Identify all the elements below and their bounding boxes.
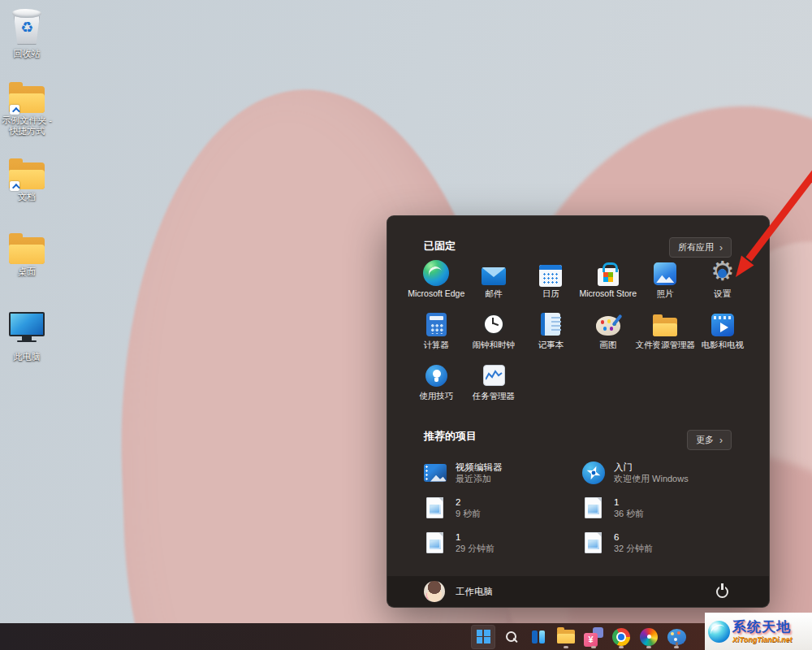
desktop-icon-label: 回收站 [0, 49, 54, 59]
start-menu-user-bar: 工作电脑 [387, 576, 769, 607]
image-file-icon [585, 497, 602, 518]
file-explorer-button[interactable] [554, 625, 578, 649]
running-indicator [619, 646, 624, 648]
paint-app-button[interactable] [664, 625, 689, 649]
image-file-icon [585, 532, 602, 553]
chrome-button[interactable] [609, 625, 633, 649]
yen-glyph: ¥ [584, 633, 598, 647]
recommended-item-video-editor[interactable]: 视频编辑器 最近添加 [424, 455, 582, 490]
watermark-globe-icon [708, 621, 730, 643]
more-button[interactable]: 更多 › [687, 430, 732, 450]
user-name[interactable]: 工作电脑 [456, 586, 493, 598]
pinned-app-file-explorer[interactable]: 文件资源管理器 [637, 308, 694, 359]
desktop-icon-this-pc[interactable]: 此电脑 [0, 306, 54, 362]
pinned-app-notepad[interactable]: 记事本 [522, 308, 580, 359]
color-wheel-app-button[interactable] [637, 625, 661, 649]
folder-icon [9, 86, 45, 113]
pinned-app-calculator[interactable]: 计算器 [408, 308, 465, 359]
desktop-icon-recycle-bin[interactable]: ♻ 回收站 [0, 7, 54, 59]
yen-app-button[interactable]: ¥ [581, 625, 606, 649]
folder-icon [9, 237, 45, 264]
pinned-app-label: Microsoft Store [579, 288, 637, 298]
chevron-right-icon: › [719, 242, 723, 254]
pinned-app-settings[interactable]: ⚙ 设置 [694, 257, 752, 308]
pinned-app-label: 使用技巧 [419, 391, 453, 402]
monitor-icon [9, 312, 45, 336]
file-explorer-icon [653, 318, 677, 336]
pinned-app-calendar[interactable]: 日历 [522, 257, 580, 308]
recommended-title: 视频编辑器 [456, 462, 503, 473]
recommended-subtitle: 32 分钟前 [614, 543, 653, 554]
recommended-item-file[interactable]: 1 36 秒前 [582, 490, 741, 525]
recommended-subtitle: 36 秒前 [614, 508, 644, 519]
recommended-subtitle: 最近添加 [456, 473, 503, 484]
pinned-app-microsoft-edge[interactable]: Microsoft Edge [408, 257, 465, 308]
desktop-icon-documents[interactable]: 文档 [0, 158, 54, 202]
pinned-app-microsoft-store[interactable]: Microsoft Store [580, 257, 637, 308]
pinned-app-label: 电影和电视 [702, 340, 745, 351]
pinned-app-label: 任务管理器 [473, 391, 516, 402]
microsoft-store-icon [598, 268, 619, 286]
notepad-icon [541, 313, 560, 336]
recommended-item-file[interactable]: 2 9 秒前 [424, 490, 582, 525]
search-icon [506, 631, 516, 642]
running-indicator [564, 646, 568, 648]
start-button[interactable] [471, 625, 495, 649]
mail-icon [482, 267, 506, 285]
recommended-subtitle: 29 分钟前 [456, 543, 495, 554]
recommended-title: 入门 [614, 462, 689, 473]
recommended-item-get-started[interactable]: 入门 欢迎使用 Windows [582, 455, 741, 490]
task-view-button[interactable] [526, 625, 551, 649]
power-button[interactable] [716, 586, 728, 598]
pinned-app-task-manager[interactable]: 任务管理器 [465, 359, 523, 410]
alarm-clock-icon [483, 314, 504, 335]
calendar-icon [539, 265, 562, 287]
task-view-icon [532, 630, 545, 644]
running-indicator [674, 646, 679, 648]
recommended-item-file[interactable]: 1 29 分钟前 [424, 525, 582, 560]
watermark: 系统天地 XiTongTianDi.net [705, 613, 812, 650]
user-avatar[interactable] [424, 581, 445, 602]
watermark-title: 系统天地 [732, 620, 793, 634]
folder-icon [9, 162, 45, 189]
desktop-icon-desktop-folder[interactable]: 桌面 [0, 232, 54, 277]
pinned-app-label: 设置 [714, 288, 731, 300]
running-indicator [646, 646, 651, 648]
recommended-subtitle: 欢迎使用 Windows [614, 473, 689, 484]
pinned-app-tips[interactable]: 使用技巧 [408, 359, 465, 410]
pinned-app-label: 记事本 [538, 340, 564, 351]
movies-tv-icon [711, 314, 734, 336]
windows-logo-icon [477, 630, 490, 644]
pinned-app-label: 闹钟和时钟 [473, 340, 516, 351]
pinned-app-mail[interactable]: 邮件 [465, 257, 523, 308]
pinned-app-label: 文件资源管理器 [636, 340, 696, 351]
pinned-app-label: 计算器 [424, 340, 450, 351]
search-button[interactable] [499, 625, 523, 649]
recommended-title: 6 [614, 531, 653, 543]
shortcut-arrow-icon [10, 181, 19, 191]
recommended-item-file[interactable]: 6 32 分钟前 [582, 525, 741, 560]
pinned-app-label: 日历 [542, 288, 559, 300]
pinned-app-alarms-clock[interactable]: 闹钟和时钟 [465, 308, 523, 359]
paint-palette-icon [667, 629, 686, 645]
desktop-icon-label: 文档 [0, 192, 54, 202]
tips-lightbulb-icon [425, 365, 447, 387]
desktop-icon-sample-folder-shortcut[interactable]: 示例文件夹 - 快捷方式 [0, 81, 54, 136]
pinned-app-label: 照片 [657, 288, 674, 300]
pinned-app-label: 画图 [599, 340, 616, 351]
recycle-bin-icon: ♻ [8, 7, 45, 46]
folder-icon [557, 630, 575, 644]
calculator-icon [426, 313, 447, 336]
recommended-title: 1 [614, 496, 644, 508]
settings-gear-icon: ⚙ [710, 260, 736, 286]
pinned-app-label: Microsoft Edge [408, 288, 464, 298]
recommended-grid: 视频编辑器 最近添加 入门 欢迎使用 Windows 2 9 秒前 1 [424, 455, 741, 560]
all-apps-label: 所有应用 [678, 241, 714, 254]
pinned-app-photos[interactable]: 照片 [637, 257, 694, 308]
recycle-bin-paper [12, 9, 41, 18]
pinned-app-paint[interactable]: 画图 [580, 308, 637, 359]
start-menu: 已固定 所有应用 › Microsoft Edge 邮件 日历 Microsof… [387, 215, 770, 608]
task-manager-icon [483, 365, 505, 386]
pinned-app-movies-tv[interactable]: 电影和电视 [694, 308, 752, 359]
desktop-icon-label: 桌面 [0, 266, 54, 277]
